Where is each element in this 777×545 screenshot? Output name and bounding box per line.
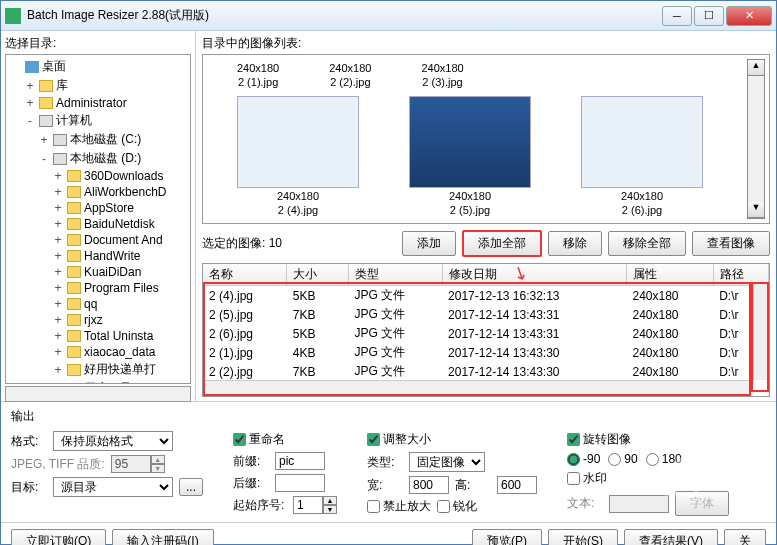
view-image-button[interactable]: 查看图像 [692,231,770,256]
watermark-checkbox[interactable] [567,472,580,485]
tree-item[interactable]: +AliWorkbenchD [6,184,190,200]
height-input[interactable] [497,476,537,494]
tree-toggle-icon[interactable]: + [52,217,64,231]
table-h-scrollbar[interactable] [203,380,753,396]
tree-toggle-icon[interactable]: + [52,329,64,343]
tree-toggle-icon[interactable]: + [52,201,64,215]
tree-toggle-icon[interactable]: + [24,96,36,110]
table-row[interactable]: 2 (1).jpg4KBJPG 文件2017-12-14 13:43:30240… [203,343,769,362]
table-row[interactable]: 2 (2).jpg7KBJPG 文件2017-12-14 13:43:30240… [203,362,769,381]
table-row[interactable]: 2 (5).jpg7KBJPG 文件2017-12-14 13:43:31240… [203,305,769,324]
preview-button[interactable]: 预览(P) [472,529,542,545]
thumbnail-item[interactable]: 240x1802 (3).jpg [421,62,463,88]
tree-toggle-icon[interactable]: + [52,233,64,247]
add-all-button[interactable]: 添加全部 [462,230,542,257]
tree-item[interactable]: +库 [6,76,190,95]
format-select[interactable]: 保持原始格式 [53,431,173,451]
tree-toggle-icon[interactable]: + [52,281,64,295]
rename-checkbox[interactable] [233,433,246,446]
noenlarge-checkbox[interactable] [367,500,380,513]
tree-item[interactable]: +Document And [6,232,190,248]
spin-down-icon[interactable]: ▼ [151,464,165,473]
tree-toggle-icon[interactable]: + [52,265,64,279]
add-button[interactable]: 添加 [402,231,456,256]
tree-item[interactable]: +HandWrite [6,248,190,264]
tree-h-scrollbar[interactable] [5,386,191,402]
table-v-scrollbar[interactable] [753,282,769,380]
suffix-input[interactable] [275,474,325,492]
tree-toggle-icon[interactable]: - [24,114,36,128]
tree-item[interactable]: +xiaocao_data [6,344,190,360]
remove-all-button[interactable]: 移除全部 [608,231,686,256]
tree-toggle-icon[interactable]: + [52,297,64,311]
quality-input[interactable] [111,455,151,473]
prefix-input[interactable] [275,452,325,470]
tree-item[interactable]: +好用快递单打 [6,360,190,379]
sharpen-checkbox[interactable] [437,500,450,513]
rotate-180-radio[interactable] [646,453,659,466]
file-table[interactable]: ↘ 名称大小类型修改日期属性路径 2 (4).jpg5KBJPG 文件2017-… [202,263,770,397]
startnum-input[interactable] [293,496,323,514]
tree-toggle-icon[interactable]: + [52,169,64,183]
tree-item[interactable]: +qq [6,296,190,312]
maximize-button[interactable]: ☐ [694,6,724,26]
close-app-button[interactable]: 关 [724,529,766,545]
tree-item[interactable]: +本地磁盘 (C:) [6,130,190,149]
thumbnail-item[interactable]: 240x1802 (4).jpg [237,96,359,216]
thumbs-scrollbar[interactable]: ▲ ▼ [747,59,765,219]
column-header[interactable]: 类型 [348,264,442,286]
width-input[interactable] [409,476,449,494]
tree-item[interactable]: +AppStore [6,200,190,216]
resize-type-select[interactable]: 固定图像 [409,452,485,472]
regcode-button[interactable]: 输入注册码(I) [112,529,213,545]
tree-item[interactable]: +KuaiDiDan [6,264,190,280]
tree-toggle-icon[interactable]: + [52,382,64,385]
tree-toggle-icon[interactable]: + [52,363,64,377]
remove-button[interactable]: 移除 [548,231,602,256]
close-button[interactable]: ✕ [726,6,772,26]
scroll-down-icon[interactable]: ▼ [748,202,764,218]
tree-toggle-icon[interactable]: + [52,249,64,263]
tree-toggle-icon[interactable]: + [52,345,64,359]
resize-checkbox[interactable] [367,433,380,446]
thumbnail-item[interactable]: 240x1802 (6).jpg [581,96,703,216]
tree-item[interactable]: +用户目录 [6,379,190,384]
thumbnail-item[interactable]: 240x1802 (1).jpg [237,62,279,88]
tree-item[interactable]: 桌面 [6,57,190,76]
column-header[interactable]: 名称 [203,264,287,286]
table-row[interactable]: 2 (4).jpg5KBJPG 文件2017-12-13 16:32:13240… [203,286,769,306]
tree-toggle-icon[interactable]: + [24,79,36,93]
scroll-up-icon[interactable]: ▲ [748,60,764,76]
tree-item[interactable]: +Administrator [6,95,190,111]
tree-item[interactable]: +BaiduNetdisk [6,216,190,232]
thumbnail-item[interactable]: 240x1802 (5).jpg [409,96,531,216]
rotate-n90-radio[interactable] [567,453,580,466]
tree-toggle-icon[interactable]: - [38,152,50,166]
column-header[interactable]: 属性 [626,264,713,286]
rotate-checkbox[interactable] [567,433,580,446]
tree-item[interactable]: +rjxz [6,312,190,328]
order-button[interactable]: 立即订购(O) [11,529,106,545]
tree-item[interactable]: +Program Files [6,280,190,296]
browse-button[interactable]: ... [179,478,203,496]
tree-item[interactable]: +360Downloads [6,168,190,184]
tree-toggle-icon[interactable]: + [52,313,64,327]
start-button[interactable]: 开始(S) [548,529,618,545]
rotate-90-radio[interactable] [608,453,621,466]
directory-tree[interactable]: 桌面+库+Administrator-计算机+本地磁盘 (C:)-本地磁盘 (D… [5,54,191,384]
spin-up-icon[interactable]: ▲ [151,455,165,464]
target-select[interactable]: 源目录 [53,477,173,497]
table-row[interactable]: 2 (6).jpg5KBJPG 文件2017-12-14 13:43:31240… [203,324,769,343]
font-button[interactable]: 字体 [675,491,729,516]
tree-item[interactable]: -计算机 [6,111,190,130]
tree-item[interactable]: +Total Uninsta [6,328,190,344]
minimize-button[interactable]: ─ [662,6,692,26]
tree-toggle-icon[interactable]: + [52,185,64,199]
tree-toggle-icon[interactable]: + [38,133,50,147]
tree-item[interactable]: -本地磁盘 (D:) [6,149,190,168]
watermark-text-input[interactable] [609,495,669,513]
column-header[interactable]: 修改日期 [442,264,626,286]
column-header[interactable]: 大小 [287,264,349,286]
viewresult-button[interactable]: 查看结果(V) [624,529,718,545]
thumbnail-item[interactable]: 240x1802 (2).jpg [329,62,371,88]
